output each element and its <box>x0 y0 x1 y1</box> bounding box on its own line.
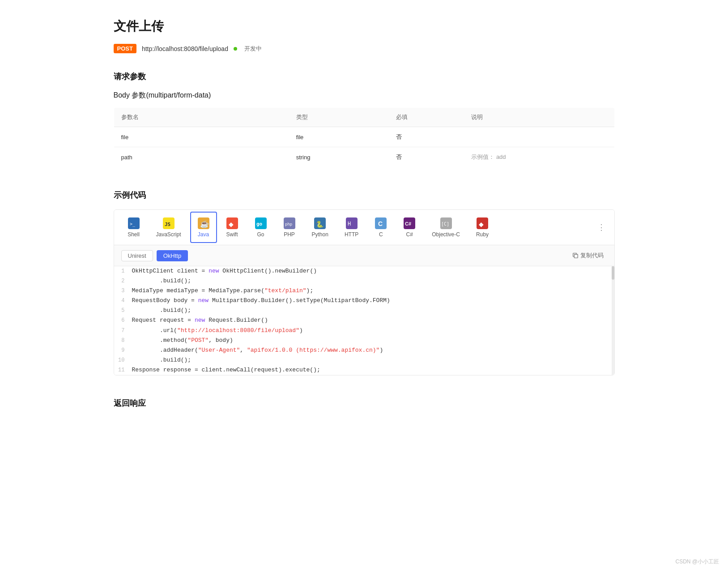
more-langs-button[interactable]: ⋮ <box>594 219 609 236</box>
python-label: Python <box>312 231 328 238</box>
line-number: 1 <box>114 267 132 276</box>
code-line: 8 .method("POST", body) <box>114 336 614 345</box>
code-line: 11Response response = client.newCall(req… <box>114 365 614 375</box>
line-content: .build(); <box>132 306 199 315</box>
lang-tab-csharp[interactable]: C# C# <box>396 212 423 243</box>
code-line: 4RequestBody body = new MultipartBody.Bu… <box>114 296 614 306</box>
lang-tab-shell[interactable]: >_ Shell <box>120 212 147 243</box>
php-icon: php <box>283 217 296 230</box>
line-number: 10 <box>114 356 132 365</box>
line-content: OkHttpClient client = new OkHttpClient()… <box>132 266 324 276</box>
scrollbar-thumb[interactable] <box>612 266 614 280</box>
svg-text:php: php <box>285 222 292 226</box>
c-icon: C <box>375 217 387 230</box>
col-header-type: 类型 <box>289 108 389 127</box>
line-number: 7 <box>114 326 132 335</box>
lang-tab-php[interactable]: php PHP <box>276 212 303 243</box>
svg-text:go: go <box>256 221 263 227</box>
sub-tab-unirest[interactable]: Unirest <box>121 250 153 261</box>
lang-tab-go[interactable]: go Go <box>247 212 274 243</box>
table-row: path string 否 示例值： add <box>114 147 614 167</box>
svg-text:[C]: [C] <box>441 222 449 226</box>
copy-label: 复制代码 <box>580 251 604 260</box>
http-icon: H <box>345 217 358 230</box>
table-row: file file 否 <box>114 127 614 147</box>
lang-tab-c[interactable]: C C <box>367 212 394 243</box>
c-label: C <box>379 231 383 238</box>
line-content: RequestBody body = new MultipartBody.Bui… <box>132 296 397 306</box>
code-section-title: 示例代码 <box>114 190 615 200</box>
svg-text:>_: >_ <box>130 222 136 227</box>
lang-tab-python[interactable]: 🐍 Python <box>305 212 336 243</box>
param-type: file <box>289 127 389 147</box>
sub-tabs: Unirest OkHttp 复制代码 <box>114 245 614 266</box>
scrollbar-track[interactable] <box>612 266 614 375</box>
objc-label: Objective-C <box>432 231 460 238</box>
csharp-label: C# <box>406 231 413 238</box>
params-table: 参数名 类型 必填 说明 file file 否 path string 否 示… <box>114 107 615 167</box>
line-number: 9 <box>114 346 132 355</box>
sub-tab-okhttp[interactable]: OkHttp <box>157 250 188 261</box>
svg-rect-24 <box>574 254 578 258</box>
line-content: .addHeader("User-Agent", "apifox/1.0.0 (… <box>132 345 391 355</box>
code-line: 6Request request = new Request.Builder() <box>114 315 614 325</box>
lang-tabs: >_ Shell JS JavaScript ☕ Java ◆ Swift go… <box>114 210 614 245</box>
line-number: 6 <box>114 316 132 325</box>
svg-text:H: H <box>348 221 351 227</box>
svg-text:🐍: 🐍 <box>316 221 324 228</box>
java-label: Java <box>198 231 209 238</box>
param-name: path <box>114 147 289 167</box>
svg-text:☕: ☕ <box>200 220 209 228</box>
status-text: 开发中 <box>244 45 262 53</box>
body-params-title: Body 参数(multipart/form-data) <box>114 91 615 100</box>
svg-text:C#: C# <box>405 221 411 226</box>
section-request-params: 请求参数 <box>114 71 615 82</box>
line-number: 8 <box>114 336 132 345</box>
line-content: MediaType mediaType = MediaType.parse("t… <box>132 286 321 296</box>
code-line: 1OkHttpClient client = new OkHttpClient(… <box>114 266 614 276</box>
lang-tab-swift[interactable]: ◆ Swift <box>219 212 246 243</box>
line-content: .build(); <box>132 355 199 365</box>
param-required: 否 <box>389 147 464 167</box>
lang-tab-java[interactable]: ☕ Java <box>190 212 217 243</box>
lang-tab-javascript[interactable]: JS JavaScript <box>149 212 188 243</box>
line-number: 5 <box>114 306 132 315</box>
line-content: Response response = client.newCall(reque… <box>132 365 328 375</box>
go-icon: go <box>255 217 267 230</box>
request-params-section: 请求参数 Body 参数(multipart/form-data) 参数名 类型… <box>114 71 615 167</box>
code-line: 9 .addHeader("User-Agent", "apifox/1.0.0… <box>114 345 614 355</box>
shell-icon: >_ <box>128 217 140 230</box>
code-block[interactable]: 1OkHttpClient client = new OkHttpClient(… <box>114 266 614 375</box>
lang-tab-objc[interactable]: [C] Objective-C <box>425 212 467 243</box>
code-line: 10 .build(); <box>114 355 614 365</box>
javascript-label: JavaScript <box>156 231 181 238</box>
lang-tabs-wrapper: >_ Shell JS JavaScript ☕ Java ◆ Swift go… <box>114 209 615 375</box>
line-content: Request request = new Request.Builder() <box>132 315 275 325</box>
line-number: 11 <box>114 366 132 375</box>
csharp-icon: C# <box>403 217 416 230</box>
col-header-desc: 说明 <box>464 108 614 127</box>
page-title: 文件上传 <box>114 18 615 35</box>
code-block-wrapper: 1OkHttpClient client = new OkHttpClient(… <box>114 266 614 375</box>
line-content: .url("http://localhost:8080/file/upload"… <box>132 326 310 336</box>
ruby-label: Ruby <box>476 231 489 238</box>
shell-label: Shell <box>128 231 140 238</box>
svg-text:JS: JS <box>165 222 170 227</box>
swift-icon: ◆ <box>226 217 238 230</box>
code-line: 7 .url("http://localhost:8080/file/uploa… <box>114 326 614 336</box>
copy-code-button[interactable]: 复制代码 <box>569 250 607 261</box>
param-type: string <box>289 147 389 167</box>
http-label: HTTP <box>345 231 358 238</box>
col-header-required: 必填 <box>389 108 464 127</box>
method-badge: POST <box>114 44 136 53</box>
endpoint-row: POST http://localhost:8080/file/upload 开… <box>114 44 615 53</box>
param-required: 否 <box>389 127 464 147</box>
code-example-section: 示例代码 >_ Shell JS JavaScript ☕ Java ◆ Swi… <box>114 190 615 375</box>
lang-tab-ruby[interactable]: ◆ Ruby <box>469 212 496 243</box>
line-content: .method("POST", body) <box>132 336 240 345</box>
param-name: file <box>114 127 289 147</box>
python-icon: 🐍 <box>314 217 326 230</box>
line-number: 2 <box>114 277 132 286</box>
ruby-icon: ◆ <box>476 217 489 230</box>
lang-tab-http[interactable]: H HTTP <box>337 212 366 243</box>
